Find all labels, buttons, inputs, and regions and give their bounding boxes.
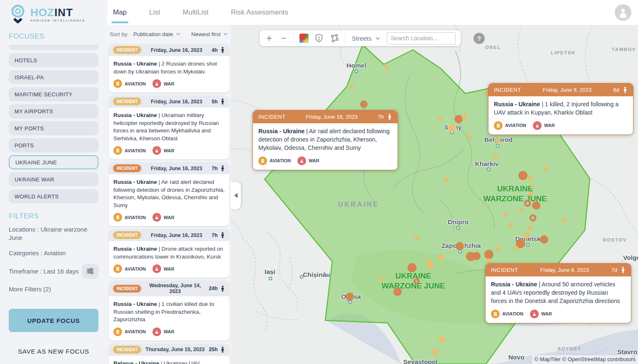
incident-marker[interactable] xyxy=(346,293,354,301)
incident-marker[interactable] xyxy=(514,246,518,250)
incident-marker[interactable] xyxy=(486,259,491,263)
incident-badge: INCIDENT xyxy=(113,98,141,105)
focus-item-world-alerts[interactable]: WORLD ALERTS xyxy=(9,189,98,203)
chevron-down-icon xyxy=(176,33,180,35)
focus-item-maritime-security[interactable]: MARITIME SECURITY xyxy=(9,87,98,101)
incident-marker[interactable] xyxy=(496,247,501,252)
incident-marker[interactable] xyxy=(439,337,445,343)
incident-marker[interactable] xyxy=(509,223,513,227)
incident-card[interactable]: INCIDENTFriday, June 16, 20237hRussia - … xyxy=(109,229,229,278)
tag-aviation: AVIATION xyxy=(113,146,146,155)
app-logo: HOZINT HORIZON INTELLIGENCE xyxy=(0,0,107,27)
incident-card[interactable]: INCIDENTFriday, June 16, 20237hRussia - … xyxy=(109,162,229,226)
focus-item-hotels[interactable]: HOTELS xyxy=(9,53,98,67)
focus-item-ukraine-war[interactable]: UKRAINE WAR xyxy=(9,172,98,186)
incident-marker[interactable] xyxy=(385,66,389,71)
sort-order-select[interactable]: Newest first xyxy=(191,31,228,37)
war-icon xyxy=(152,264,161,273)
tab-multilist[interactable]: MultiList xyxy=(183,0,209,25)
person-icon xyxy=(220,347,225,353)
focus-item-ukraine-june[interactable]: UKRAINE JUNE xyxy=(9,155,98,169)
tab-map[interactable]: Map xyxy=(113,0,127,25)
incident-marker[interactable] xyxy=(438,116,442,121)
incident-marker[interactable] xyxy=(530,215,537,222)
incident-marker[interactable] xyxy=(350,84,354,89)
focus-item-israel-pa[interactable]: ISRAEL-PA xyxy=(9,70,98,84)
incident-marker[interactable] xyxy=(432,349,438,355)
incident-marker[interactable] xyxy=(518,171,528,180)
user-avatar[interactable] xyxy=(615,4,631,21)
incident-marker[interactable] xyxy=(456,242,464,250)
incident-marker[interactable] xyxy=(520,208,523,212)
incident-marker[interactable] xyxy=(562,219,567,223)
incident-marker[interactable] xyxy=(484,250,493,259)
incident-marker[interactable] xyxy=(524,233,530,239)
incident-marker[interactable] xyxy=(360,100,368,108)
heatmap-layer-icon[interactable] xyxy=(299,34,309,43)
filter-locations[interactable]: Locations : Ukraine warzone June xyxy=(9,225,98,242)
incident-marker[interactable] xyxy=(414,278,420,285)
sort-field-select[interactable]: Publication date xyxy=(133,31,180,37)
map-attribution[interactable]: © MapTiler © OpenStreetMap contributors xyxy=(532,355,638,364)
draw-polygon-icon[interactable] xyxy=(329,33,339,43)
map-incident-popup[interactable]: INCIDENT Friday, June 9, 2023 7d Russia … xyxy=(485,263,631,323)
incident-marker[interactable] xyxy=(524,200,531,207)
focus-item-ports[interactable]: PORTS xyxy=(9,138,98,152)
tag-aviation: AVIATION xyxy=(258,156,291,165)
incident-date: Friday, June 16, 2023 xyxy=(289,114,374,120)
tab-list[interactable]: List xyxy=(149,0,160,25)
tag-aviation: AVIATION xyxy=(491,310,523,318)
incident-badge: INCIDENT xyxy=(494,87,521,93)
incident-marker[interactable] xyxy=(438,254,444,261)
zoom-in-button[interactable]: + xyxy=(265,34,274,43)
incident-card[interactable]: INCIDENTFriday, June 16, 20234hRussia - … xyxy=(109,44,229,93)
incident-marker[interactable] xyxy=(462,115,467,120)
incident-marker[interactable] xyxy=(540,235,548,244)
collapse-list-button[interactable] xyxy=(231,182,241,209)
update-focus-button[interactable]: UPDATE FOCUS xyxy=(9,309,98,332)
shield-alert-icon[interactable] xyxy=(314,33,324,43)
incident-marker[interactable] xyxy=(529,192,533,196)
filter-categories[interactable]: Categories : Aviation xyxy=(9,249,98,257)
incident-marker[interactable] xyxy=(449,125,456,132)
incident-marker[interactable] xyxy=(415,236,419,240)
incident-badge: INCIDENT xyxy=(491,267,518,273)
map[interactable]: HomelSumyBelgorodKharkivDniproZaporizhzh… xyxy=(231,25,638,364)
save-as-new-focus-button[interactable]: SAVE AS NEW FOCUS xyxy=(0,348,107,355)
tab-risk-assessments[interactable]: Risk Assessments xyxy=(231,0,288,25)
basemap-select[interactable]: Streets xyxy=(351,35,381,42)
incident-marker[interactable] xyxy=(429,264,434,269)
incident-card[interactable]: INCIDENTThursday, June 15, 202325hBelaru… xyxy=(109,344,229,364)
zoom-out-button[interactable]: − xyxy=(279,34,288,43)
incident-marker[interactable] xyxy=(407,263,417,272)
incident-text: Russia - Ukraine | 1 civilian killed due… xyxy=(109,296,229,327)
incident-marker[interactable] xyxy=(444,178,449,182)
incident-marker[interactable] xyxy=(467,134,472,139)
incident-marker[interactable] xyxy=(528,226,532,231)
focus-item-my-ports[interactable]: MY PORTS xyxy=(9,121,98,135)
focus-item-partial[interactable] xyxy=(9,45,98,50)
filter-sliders-button[interactable] xyxy=(82,264,98,279)
incident-card[interactable]: INCIDENTFriday, June 16, 20235hRussia - … xyxy=(109,95,229,159)
incident-badge: INCIDENT xyxy=(113,46,141,54)
search-location-input[interactable] xyxy=(387,32,456,44)
incident-marker[interactable] xyxy=(543,166,548,171)
filter-more[interactable]: More Filters (2) xyxy=(9,285,98,293)
incident-marker[interactable] xyxy=(531,184,535,188)
incident-marker[interactable] xyxy=(532,201,540,210)
map-incident-popup[interactable]: INCIDENT Friday, June 9, 2023 6d Russia … xyxy=(488,83,633,135)
map-incident-popup[interactable]: INCIDENT Friday, June 16, 2023 7h Russia… xyxy=(253,110,398,170)
filter-timeframe[interactable]: Timeframe : Last 16 days xyxy=(9,267,79,276)
incident-marker[interactable] xyxy=(393,288,402,296)
help-button[interactable]: ? xyxy=(474,33,485,44)
incident-marker[interactable] xyxy=(528,176,533,181)
incident-marker[interactable] xyxy=(472,252,481,260)
incident-marker[interactable] xyxy=(493,155,498,159)
focus-item-my-airports[interactable]: MY AIRPORTS xyxy=(9,104,98,118)
incident-marker[interactable] xyxy=(503,213,508,217)
incident-marker[interactable] xyxy=(495,138,501,143)
war-icon xyxy=(533,121,542,130)
person-icon xyxy=(220,165,225,171)
incident-card[interactable]: INCIDENTWednesday, June 14, 202324hRussi… xyxy=(109,281,229,341)
incident-marker[interactable] xyxy=(379,277,384,281)
